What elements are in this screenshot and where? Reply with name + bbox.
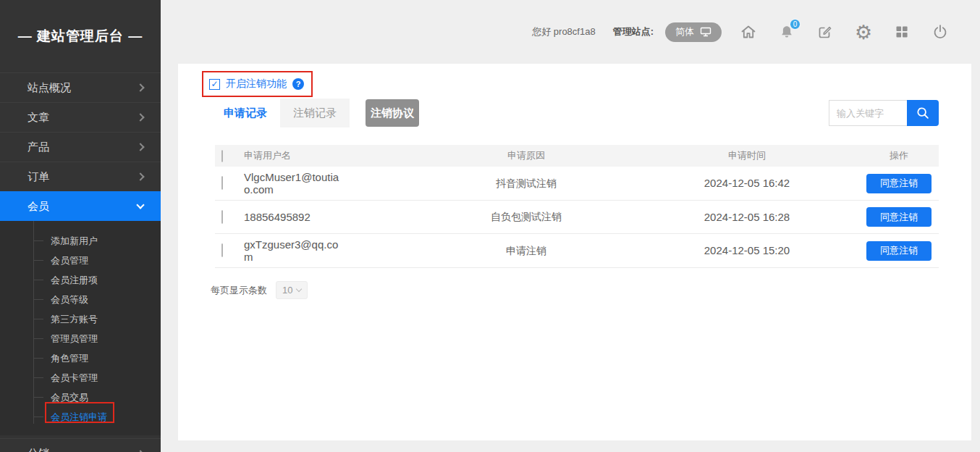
row-checkbox[interactable] [221,243,223,257]
row-checkbox[interactable] [221,176,223,190]
sidebar-item-distribution[interactable]: 分销 [0,438,161,452]
sidebar: — 建站管理后台 — 站点概况 文章 产品 订单 会员 添加新用户 [0,0,161,452]
applications-table: 申请用户名 申请原因 申请时间 操作 VlgcMuser1@toutiao.co… [215,145,939,268]
search-icon [915,105,931,121]
sidebar-item-label: 站点概况 [28,81,138,95]
tree-dash [33,280,43,280]
annotation-red-box-toggle: ✓ 开启注销功能 ? [202,71,313,97]
tabs-row: 申请记录 注销记录 注销协议 [211,99,939,127]
app-window: — 建站管理后台 — 站点概况 文章 产品 订单 会员 添加新用户 [0,0,980,452]
tab-application-records[interactable]: 申请记录 [211,99,280,127]
submenu-item-label: 会员等级 [51,293,88,306]
enable-cancellation-checkbox[interactable]: ✓ [209,79,220,90]
table-row: gxTzguser3@qq.com 申请注销 2024-12-05 15:20 … [215,234,939,268]
cell-time: 2024-12-05 16:28 [704,211,790,223]
content-card: ✓ 开启注销功能 ? 申请记录 注销记录 注销协议 申请用户名 [178,64,971,440]
cell-username: 18856495892 [244,206,311,227]
sidebar-item-members[interactable]: 会员 [0,191,161,221]
cell-reason: 自负包测试注销 [491,211,562,222]
chevron-right-icon [136,172,144,180]
column-header-username: 申请用户名 [244,149,418,162]
per-page-label: 每页显示条数 [211,284,267,297]
sidebar-item-label: 订单 [28,170,138,184]
column-header-action: 操作 [859,149,939,162]
language-label: 简体 [675,25,694,38]
sidebar-item-articles[interactable]: 文章 [0,102,161,132]
submenu-item-admin-management[interactable]: 管理员管理 [0,329,161,348]
sidebar-item-label: 分销 [28,447,138,452]
table-row: VlgcMuser1@toutiao.com 抖音测试注销 2024-12-05… [215,167,939,201]
submenu-item-member-card[interactable]: 会员卡管理 [0,368,161,388]
user-greeting: 您好 pro8cf1a8 [532,25,595,38]
submenu-item-label: 第三方账号 [51,313,98,326]
submenu-item-label: 会员注销申请 [51,411,107,424]
sidebar-item-label: 产品 [28,141,138,154]
home-button[interactable] [739,22,758,41]
logout-button[interactable] [931,22,950,41]
sidebar-item-products[interactable]: 产品 [0,132,161,162]
managed-site-label: 管理站点: [613,25,654,38]
per-page-value: 10 [282,285,292,296]
agree-cancellation-button[interactable]: 同意注销 [866,207,932,227]
row-checkbox[interactable] [221,210,223,224]
top-bar: 您好 pro8cf1a8 管理站点: 简体 0 [161,0,980,64]
apps-button[interactable] [892,22,911,41]
submenu-item-role-management[interactable]: 角色管理 [0,348,161,368]
agree-cancellation-button[interactable]: 同意注销 [866,241,932,261]
pagination: 每页显示条数 10 [211,281,308,299]
tree-dash [33,240,43,241]
app-title: — 建站管理后台 — [0,0,161,72]
tree-dash [33,299,43,300]
cell-reason: 抖音测试注销 [496,177,557,189]
column-header-reason: 申请原因 [418,149,635,162]
tree-dash [33,338,43,339]
settings-button[interactable]: ⚙ [854,22,873,41]
tab-cancellation-records[interactable]: 注销记录 [280,99,350,127]
submenu-item-add-user[interactable]: 添加新用户 [0,231,161,251]
tree-dash [33,417,43,417]
language-switch-button[interactable]: 简体 [665,22,722,42]
chevron-right-icon [136,113,144,121]
enable-cancellation-label[interactable]: 开启注销功能 [226,78,287,91]
edit-icon [816,23,834,41]
search-button[interactable] [907,100,939,126]
edit-button[interactable] [816,22,835,41]
submenu-item-label: 管理员管理 [51,332,98,346]
select-all-checkbox[interactable] [221,150,223,162]
chevron-down-icon [136,201,144,209]
search-input[interactable] [829,100,907,126]
search-group [829,100,939,126]
tree-dash [33,377,43,378]
monitor-icon [700,27,711,37]
cell-time: 2024-12-05 16:42 [704,177,790,189]
submenu-item-member-level[interactable]: 会员等级 [0,290,161,309]
help-icon[interactable]: ? [292,78,304,90]
agree-cancellation-button[interactable]: 同意注销 [866,174,932,193]
tree-dash [33,319,43,319]
submenu-item-label: 会员交易 [51,391,88,404]
sidebar-item-label: 会员 [28,200,138,214]
cell-reason: 申请注销 [506,245,546,256]
notifications-button[interactable]: 0 [777,22,796,41]
tab-cancellation-agreement[interactable]: 注销协议 [366,99,419,127]
cell-username: gxTzguser3@qq.com [244,234,345,267]
per-page-select[interactable]: 10 [276,281,308,299]
sidebar-item-orders[interactable]: 订单 [0,162,161,191]
submenu-item-label: 会员管理 [51,254,88,267]
notification-badge: 0 [790,19,801,30]
submenu-item-member-transactions[interactable]: 会员交易 [0,388,161,407]
column-header-time: 申请时间 [635,149,859,162]
submenu-item-third-party-accounts[interactable]: 第三方账号 [0,309,161,329]
members-submenu: 添加新用户 会员管理 会员注册项 会员等级 第三方账号 管理员管理 [0,221,161,435]
chevron-right-icon [136,143,144,151]
sidebar-item-site-overview[interactable]: 站点概况 [0,72,161,102]
chevron-right-icon [136,83,144,91]
submenu-item-registration-fields[interactable]: 会员注册项 [0,270,161,290]
submenu-item-member-management[interactable]: 会员管理 [0,251,161,270]
submenu-item-member-cancellation[interactable]: 会员注销申请 [0,407,161,427]
sidebar-item-label: 文章 [28,111,138,125]
tree-dash [33,397,43,398]
table-header-row: 申请用户名 申请原因 申请时间 操作 [215,145,939,167]
submenu-item-label: 会员卡管理 [51,372,98,385]
power-icon [932,23,949,41]
